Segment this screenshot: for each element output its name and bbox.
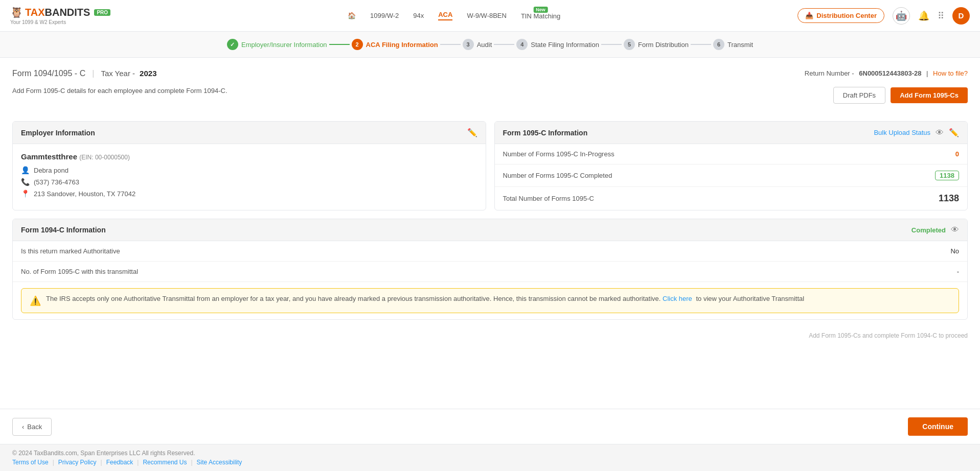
cards-row: Employer Information ✏️ Gammtestthree (E… xyxy=(12,121,968,210)
main-content: Form 1094/1095 - C | Tax Year - 2023 Ret… xyxy=(0,58,980,409)
step-1-label: Employer/Insurer Information xyxy=(241,41,327,49)
tax-year-value: 2023 xyxy=(140,69,156,78)
accessibility-link[interactable]: Site Accessibility xyxy=(197,459,242,466)
person-icon: 👤 xyxy=(21,166,30,174)
step-4-circle: 4 xyxy=(516,39,528,50)
eye-icon-1095c[interactable]: 👁 xyxy=(936,128,944,137)
nav-home[interactable]: 🏠 xyxy=(348,12,356,19)
action-bar: ‹ Back Continue xyxy=(0,409,980,444)
step-3-circle: 3 xyxy=(463,39,474,50)
step-2-circle: 2 xyxy=(352,39,363,50)
distribution-center-button[interactable]: 📥 Distribution Center xyxy=(797,8,884,23)
form1095c-card: Form 1095-C Information Bulk Upload Stat… xyxy=(494,121,968,210)
step-6-label: Transmit xyxy=(727,41,753,49)
terms-link[interactable]: Terms of Use xyxy=(12,459,49,466)
logo: 🦉 TAXBANDITS PRO Your 1099 & W2 Experts xyxy=(10,6,110,25)
employer-phone: 📞 (537) 736-4763 xyxy=(21,178,477,186)
logo-pro-badge: PRO xyxy=(94,9,110,16)
connector-2-3 xyxy=(440,44,461,45)
employer-ein: (EIN: 00-0000500) xyxy=(79,154,130,161)
step-3-label: Audit xyxy=(477,41,492,49)
employer-card-actions: ✏️ xyxy=(467,128,477,137)
transmittal-count-row: No. of Form 1095-C with this transmittal… xyxy=(13,262,967,282)
back-arrow-icon: ‹ xyxy=(22,423,24,431)
nav-1099w2[interactable]: 1099/W-2 xyxy=(370,12,399,19)
user-avatar[interactable]: D xyxy=(952,7,970,25)
step-5-circle: 5 xyxy=(624,39,635,50)
completed-row: Number of Forms 1095-C Completed 1138 xyxy=(495,164,968,187)
authoritative-value: No xyxy=(950,247,959,255)
step-5-label: Form Distribution xyxy=(638,41,689,49)
authoritative-row: Is this return marked Authoritative No xyxy=(13,241,967,262)
total-value: 1138 xyxy=(939,193,959,204)
recommend-link[interactable]: Recommend Us xyxy=(143,459,187,466)
nav-tin-matching-wrapper: New TIN Matching xyxy=(521,12,560,20)
privacy-link[interactable]: Privacy Policy xyxy=(58,459,97,466)
step-3[interactable]: 3 Audit xyxy=(463,39,492,50)
logo-owl-icon: 🦉 xyxy=(10,6,23,18)
bulk-upload-status-link[interactable]: Bulk Upload Status xyxy=(874,129,930,136)
employer-card-body: Gammtestthree (EIN: 00-0000500) 👤 Debra … xyxy=(13,144,486,209)
notification-bell-icon[interactable]: 🔔 xyxy=(918,10,929,21)
edit-icon-1095c[interactable]: ✏️ xyxy=(949,128,959,137)
step-6[interactable]: 6 Transmit xyxy=(713,39,753,50)
draft-pdfs-button[interactable]: Draft PDFs xyxy=(833,87,885,104)
form1095c-card-title: Form 1095-C Information xyxy=(503,129,588,137)
step-1-circle: ✓ xyxy=(227,39,238,50)
connector-4-5 xyxy=(601,44,622,45)
connector-1-2 xyxy=(329,44,350,45)
grid-apps-icon[interactable]: ⠿ xyxy=(938,10,944,21)
nav-aca[interactable]: ACA xyxy=(438,11,452,20)
click-here-link[interactable]: Click here xyxy=(663,295,692,302)
warning-icon: ⚠️ xyxy=(30,295,41,307)
in-progress-value: 0 xyxy=(955,150,959,158)
employer-name: Gammtestthree (EIN: 00-0000500) xyxy=(21,152,477,161)
employer-info-card: Employer Information ✏️ Gammtestthree (E… xyxy=(12,121,486,210)
location-icon: 📍 xyxy=(21,190,30,198)
main-nav: 🏠 1099/W-2 94x ACA W-9/W-8BEN New TIN Ma… xyxy=(348,11,560,20)
form1094c-section-header: Form 1094-C Information Completed 👁 xyxy=(13,219,967,241)
employer-card-header: Employer Information ✏️ xyxy=(13,122,486,144)
logo-tagline: Your 1099 & W2 Experts xyxy=(10,19,110,25)
header-right: 📥 Distribution Center 🤖 🔔 ⠿ D xyxy=(797,7,970,25)
back-button[interactable]: ‹ Back xyxy=(12,418,52,436)
step-6-circle: 6 xyxy=(713,39,724,50)
form1094c-section: Form 1094-C Information Completed 👁 Is t… xyxy=(12,219,968,320)
in-progress-row: Number of Forms 1095-C In-Progress 0 xyxy=(495,144,968,164)
continue-button[interactable]: Continue xyxy=(908,417,968,436)
step-1[interactable]: ✓ Employer/Insurer Information xyxy=(227,39,327,50)
page-title-area: Form 1094/1095 - C | Tax Year - 2023 xyxy=(12,68,156,79)
warning-box: ⚠️ The IRS accepts only one Authoritativ… xyxy=(21,288,959,313)
add-form-1095c-button[interactable]: Add Form 1095-Cs xyxy=(891,87,968,103)
warning-text: The IRS accepts only one Authoritative T… xyxy=(46,295,804,302)
footer-links: Terms of Use | Privacy Policy | Feedback… xyxy=(12,459,968,466)
form1095c-card-header: Form 1095-C Information Bulk Upload Stat… xyxy=(495,122,968,144)
form1094c-title: Form 1094-C Information xyxy=(21,226,106,234)
return-number: 6N000512443803-28 xyxy=(859,69,921,77)
total-row: Total Number of Forms 1095-C 1138 xyxy=(495,187,968,210)
tax-year-label: Tax Year - xyxy=(101,69,135,78)
transmittal-count-value: - xyxy=(957,268,959,275)
phone-icon: 📞 xyxy=(21,178,30,186)
step-2[interactable]: 2 ACA Filing Information xyxy=(352,39,438,50)
step-5[interactable]: 5 Form Distribution xyxy=(624,39,689,50)
edit-employer-icon[interactable]: ✏️ xyxy=(467,128,477,137)
form1095c-card-actions: Bulk Upload Status 👁 ✏️ xyxy=(874,128,959,137)
how-to-file-link[interactable]: How to file? xyxy=(933,69,968,77)
eye-icon-1094c[interactable]: 👁 xyxy=(951,225,959,234)
page-description: Add Form 1095-C details for each employe… xyxy=(12,87,227,95)
logo-text: TAXBANDITS xyxy=(25,7,90,18)
nav-94x[interactable]: 94x xyxy=(413,12,424,19)
employer-contact: 👤 Debra pond xyxy=(21,166,477,174)
page-title: Form 1094/1095 - C | Tax Year - 2023 xyxy=(12,68,156,78)
return-info-area: Return Number - 6N000512443803-28 | How … xyxy=(805,69,968,77)
feedback-link[interactable]: Feedback xyxy=(106,459,133,466)
connector-5-6 xyxy=(691,44,711,45)
completed-status: Completed xyxy=(911,226,946,234)
employer-card-title: Employer Information xyxy=(21,129,95,137)
robot-avatar[interactable]: 🤖 xyxy=(893,7,910,25)
nav-w9w8ben[interactable]: W-9/W-8BEN xyxy=(467,12,507,19)
nav-tin-matching[interactable]: TIN Matching xyxy=(521,12,560,20)
action-buttons: Draft PDFs Add Form 1095-Cs xyxy=(833,87,968,104)
step-4[interactable]: 4 State Filing Information xyxy=(516,39,599,50)
